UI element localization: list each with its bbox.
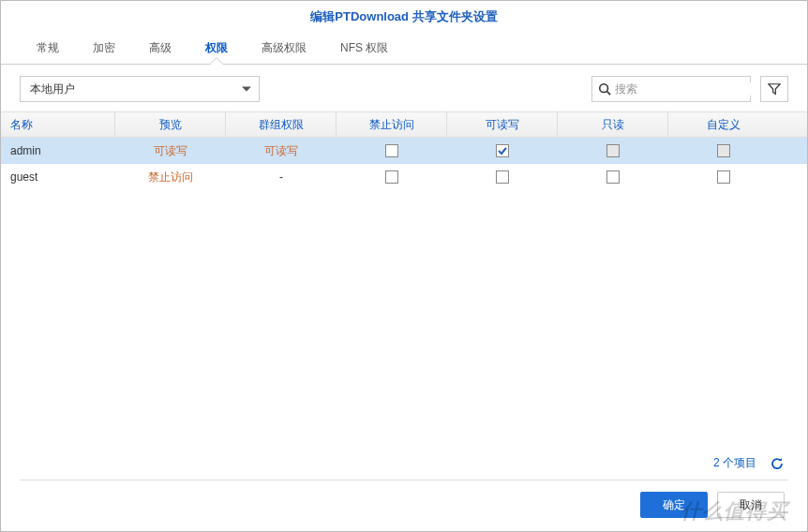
refresh-button[interactable]: [770, 456, 785, 471]
cell-custom: [668, 144, 779, 157]
tab-bar: 常规加密高级权限高级权限NFS 权限: [1, 33, 807, 65]
ro-checkbox[interactable]: [606, 144, 620, 157]
filter-button[interactable]: [760, 76, 788, 102]
tab-3[interactable]: 权限: [188, 33, 245, 64]
col-group[interactable]: 群组权限: [226, 112, 337, 137]
cancel-button[interactable]: 取消: [717, 492, 785, 518]
cell-rw: [447, 170, 558, 184]
cell-name: guest: [1, 170, 115, 184]
search-input[interactable]: [615, 82, 756, 96]
col-ro[interactable]: 只读: [558, 112, 668, 137]
cell-group: 可读写: [226, 143, 337, 159]
svg-point-0: [600, 84, 608, 93]
tab-5[interactable]: NFS 权限: [323, 33, 405, 64]
cell-group: -: [226, 170, 337, 184]
ro-checkbox[interactable]: [606, 170, 620, 184]
custom-checkbox[interactable]: [717, 144, 730, 157]
deny-checkbox[interactable]: [385, 170, 398, 184]
cell-custom: [668, 170, 779, 184]
cell-ro: [558, 144, 668, 157]
tab-4[interactable]: 高级权限: [245, 33, 323, 64]
table-header: 名称 预览 群组权限 禁止访问 可读写 只读 自定义: [1, 111, 807, 138]
ok-button[interactable]: 确定: [640, 492, 708, 518]
cell-name: admin: [1, 144, 115, 157]
col-preview[interactable]: 预览: [115, 112, 226, 137]
cell-rw: [447, 144, 558, 157]
cell-ro: [558, 170, 668, 184]
svg-line-1: [607, 92, 611, 96]
item-count: 2 个项目: [713, 455, 756, 471]
chevron-down-icon: [242, 87, 251, 92]
col-custom[interactable]: 自定义: [668, 112, 779, 137]
rw-checkbox[interactable]: [496, 170, 509, 184]
cell-deny: [337, 144, 447, 157]
footer-separator: [20, 480, 788, 480]
cell-preview: 禁止访问: [115, 170, 226, 185]
table-row[interactable]: admin可读写可读写: [1, 138, 807, 164]
refresh-icon: [770, 456, 785, 471]
toolbar: 本地用户: [1, 65, 807, 111]
cell-deny: [337, 170, 447, 184]
rw-checkbox[interactable]: [496, 144, 509, 157]
user-type-dropdown[interactable]: 本地用户: [20, 76, 260, 102]
permissions-table: 名称 预览 群组权限 禁止访问 可读写 只读 自定义 admin可读写可读写gu…: [1, 111, 807, 190]
deny-checkbox[interactable]: [385, 144, 398, 157]
tab-2[interactable]: 高级: [132, 33, 188, 64]
cell-preview: 可读写: [115, 143, 226, 159]
col-deny[interactable]: 禁止访问: [337, 112, 447, 137]
search-box[interactable]: [591, 76, 751, 102]
footer-info: 2 个项目: [713, 455, 785, 471]
search-icon: [598, 82, 611, 96]
tab-0[interactable]: 常规: [20, 33, 76, 64]
table-row[interactable]: guest禁止访问-: [1, 164, 807, 190]
dialog-title: 编辑PTDownload 共享文件夹设置: [1, 1, 807, 33]
col-rw[interactable]: 可读写: [447, 112, 558, 137]
dropdown-value: 本地用户: [30, 81, 75, 97]
col-name[interactable]: 名称: [1, 112, 115, 137]
funnel-icon: [768, 82, 781, 96]
tab-1[interactable]: 加密: [76, 33, 132, 64]
footer-buttons: 确定 取消: [640, 492, 785, 518]
custom-checkbox[interactable]: [717, 170, 730, 184]
